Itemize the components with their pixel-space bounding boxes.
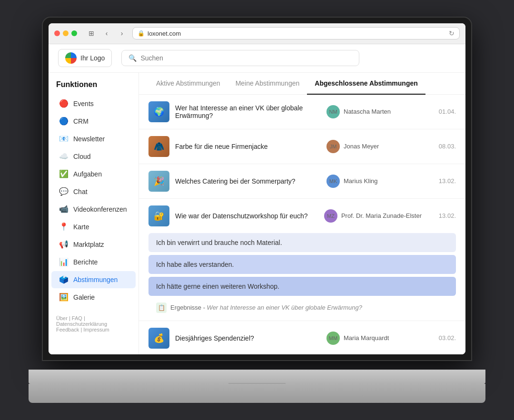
chat-icon: 💬 xyxy=(59,187,69,196)
events-icon: 🔴 xyxy=(59,99,69,108)
laptop-base xyxy=(29,370,485,384)
search-bar[interactable]: 🔍 xyxy=(121,50,359,66)
author-avatar: JM xyxy=(326,140,340,153)
author-avatar: NM xyxy=(326,105,340,118)
footer-separator: | xyxy=(84,315,85,321)
poll-thumbnail: 💰 xyxy=(148,328,169,349)
browser-chrome: ⊞ ‹ › 🔒 loxonet.com ↻ xyxy=(49,23,465,44)
sidebar-item-label: Aufgaben xyxy=(73,170,102,178)
author-name: Prof. Dr. Maria Zunade-Elster xyxy=(341,212,422,219)
sidebar-item-label: Cloud xyxy=(73,153,91,160)
address-bar[interactable]: 🔒 loxonet.com ↻ xyxy=(132,27,460,39)
sidebar-item-chat[interactable]: 💬 Chat xyxy=(51,183,136,200)
sidebar-item-label: Chat xyxy=(73,188,88,195)
logo-button[interactable]: Ihr Logo xyxy=(58,49,112,67)
traffic-lights xyxy=(54,30,77,36)
close-button[interactable] xyxy=(54,30,60,36)
author-avatar: MK xyxy=(326,175,340,188)
poll-date: 13.02. xyxy=(427,212,456,219)
footer-link-feedback[interactable]: Feedback xyxy=(56,327,79,332)
sidebar-item-abstimmungen[interactable]: 🗳️ Abstimmungen xyxy=(51,271,136,288)
poll-question: Wie war der Datenschutzworkshop für euch… xyxy=(175,212,318,220)
footer-link-datenschutz[interactable]: Datenschutzerklärung xyxy=(56,321,107,327)
sidebar-item-label: Berichte xyxy=(73,258,98,266)
author-avatar: MM xyxy=(326,332,340,345)
tab-abgeschlossene[interactable]: Abgeschlossene Abstimmungen xyxy=(307,73,425,95)
sidebar-item-label: CRM xyxy=(73,117,89,125)
sidebar-item-karte[interactable]: 📍 Karte xyxy=(51,218,136,235)
minimize-button[interactable] xyxy=(63,30,69,36)
search-input[interactable] xyxy=(140,54,352,62)
app-layout: Ihr Logo 🔍 Funktionen 🔴 Events xyxy=(49,44,465,354)
poll-option[interactable]: Ich habe alles verstanden. xyxy=(148,255,456,274)
sidebar-item-label: Galerie xyxy=(73,293,95,301)
footer-link-impressum[interactable]: Impressum xyxy=(83,327,109,332)
sidebar-item-crm[interactable]: 🔵 CRM xyxy=(51,113,136,130)
poll-date: 13.02. xyxy=(427,177,456,185)
sidebar-item-galerie[interactable]: 🖼️ Galerie xyxy=(51,289,136,306)
maximize-button[interactable] xyxy=(71,30,77,36)
tab-aktive[interactable]: Aktive Abstimmungen xyxy=(148,73,228,95)
poll-author: MK Marius Kling xyxy=(326,175,422,188)
poll-results-link[interactable]: 📋 Ergebnisse - Wer hat Interesse an eine… xyxy=(148,299,456,317)
poll-item[interactable]: 💰 Diesjähriges Spendenziel? MM Maria Mar… xyxy=(139,321,465,354)
poll-item-expanded[interactable]: 🔐 Wie war der Datenschutzworkshop für eu… xyxy=(139,199,465,321)
sidebar-item-label: Newsletter xyxy=(73,135,105,143)
footer-link-faq[interactable]: FAQ xyxy=(72,315,82,321)
newsletter-icon: 📧 xyxy=(59,134,69,144)
sidebar-item-newsletter[interactable]: 📧 Newsletter xyxy=(51,130,136,147)
abstimmungen-icon: 🗳️ xyxy=(59,275,69,284)
karte-icon: 📍 xyxy=(59,222,69,232)
galerie-icon: 🖼️ xyxy=(59,293,69,302)
sidebar-item-events[interactable]: 🔴 Events xyxy=(51,95,136,112)
main-content: Aktive Abstimmungen Meine Abstimmungen A… xyxy=(139,73,465,354)
poll-item[interactable]: 🧥 Farbe für die neue Firmenjacke JM Jona… xyxy=(139,129,465,164)
back-button[interactable]: ‹ xyxy=(100,27,113,40)
poll-date: 08.03. xyxy=(427,143,456,150)
sidebar-item-label: Videokonferenzen xyxy=(73,205,127,213)
sidebar-item-label: Marktplatz xyxy=(73,241,104,248)
sidebar-item-aufgaben[interactable]: ✅ Aufgaben xyxy=(51,166,136,183)
poll-option[interactable]: Ich hätte gerne einen weiteren Workshop. xyxy=(148,277,456,296)
sidebar-item-cloud[interactable]: ☁️ Cloud xyxy=(51,148,136,165)
author-name: Maria Marquardt xyxy=(344,334,389,342)
cloud-icon: ☁️ xyxy=(59,152,69,161)
search-icon: 🔍 xyxy=(128,54,137,62)
laptop-foot xyxy=(29,384,485,403)
sidebar-item-label: Abstimmungen xyxy=(73,276,118,283)
tab-meine[interactable]: Meine Abstimmungen xyxy=(228,73,307,95)
results-question-italic: Wer hat Interesse an einer VK über globa… xyxy=(207,304,362,311)
poll-thumbnail: 🧥 xyxy=(148,136,169,157)
poll-question: Wer hat Interesse an einer VK über globa… xyxy=(175,104,321,119)
marktplatz-icon: 📢 xyxy=(59,240,69,249)
sidebar-item-label: Events xyxy=(73,100,94,107)
poll-thumbnail: 🌍 xyxy=(148,101,169,122)
videokonferenzen-icon: 📹 xyxy=(59,205,69,214)
footer-link-uber[interactable]: Über xyxy=(56,315,68,321)
sidebar-title: Funktionen xyxy=(49,80,138,95)
reload-button[interactable]: ↻ xyxy=(449,29,455,37)
app-header: Ihr Logo 🔍 xyxy=(49,44,465,73)
poll-author: JM Jonas Meyer xyxy=(326,140,422,153)
poll-item[interactable]: 🎉 Welches Catering bei der Sommerparty? … xyxy=(139,164,465,199)
results-icon: 📋 xyxy=(156,303,167,313)
poll-date: 01.04. xyxy=(427,108,456,115)
poll-option[interactable]: Ich bin verwirrt und brauche noch Materi… xyxy=(148,233,456,252)
poll-question: Welches Catering bei der Sommerparty? xyxy=(175,177,321,185)
sidebar-item-marktplatz[interactable]: 📢 Marktplatz xyxy=(51,236,136,253)
berichte-icon: 📊 xyxy=(59,257,69,267)
browser-nav-icons: ⊞ ‹ › xyxy=(85,27,128,40)
poll-item[interactable]: 🌍 Wer hat Interesse an einer VK über glo… xyxy=(139,95,465,129)
window-layout-icon[interactable]: ⊞ xyxy=(85,27,98,40)
lock-icon: 🔒 xyxy=(138,30,145,37)
forward-button[interactable]: › xyxy=(115,27,128,40)
author-name: Marius Kling xyxy=(344,177,378,185)
poll-options: Ich bin verwirrt und brauche noch Materi… xyxy=(139,233,465,321)
author-name: Natascha Marten xyxy=(344,108,391,115)
sidebar-footer: Über | FAQ | Datenschutzerklärung Feedba… xyxy=(49,310,138,338)
sidebar-item-berichte[interactable]: 📊 Berichte xyxy=(51,254,136,271)
poll-date: 03.02. xyxy=(427,334,456,342)
sidebar-item-videokonferenzen[interactable]: 📹 Videokonferenzen xyxy=(51,201,136,218)
poll-question: Farbe für die neue Firmenjacke xyxy=(175,143,321,150)
content-area: 🌍 Wer hat Interesse an einer VK über glo… xyxy=(139,95,465,354)
